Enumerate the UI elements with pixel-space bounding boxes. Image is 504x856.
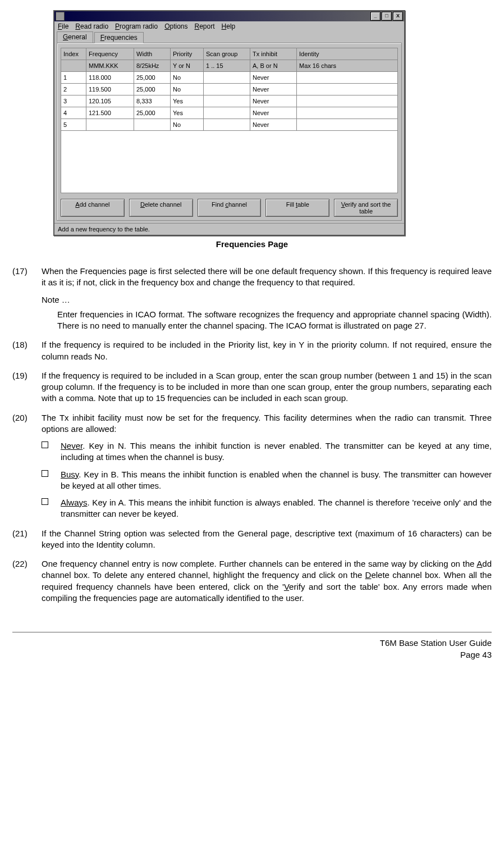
table-cell[interactable]: Never [250,84,297,95]
sub-item: Always. Key in A. This means the inhibit… [42,497,492,520]
checkbox-icon [42,440,61,463]
table-cell[interactable] [297,84,398,95]
table-cell[interactable]: Never [250,119,297,131]
table-cell[interactable] [297,72,398,84]
table-cell[interactable]: Yes [171,107,204,119]
app-screenshot: _ □ X FileRead radioProgram radioOptions… [53,10,492,236]
table-cell[interactable]: Never [250,95,297,107]
table-cell[interactable]: 25,000 [134,84,171,95]
sub-item: Never. Key in N. This means the inhibit … [42,440,492,463]
col-header[interactable]: Priority [171,48,204,60]
col-header[interactable]: Tx inhibit [250,48,297,60]
minimize-button[interactable]: _ [370,12,381,21]
item-number: (19) [12,370,42,404]
menu-read-radio[interactable]: Read radio [75,22,108,30]
col-header[interactable]: Scan group [204,48,250,60]
table-row[interactable]: 5NoNever [61,119,398,131]
numbered-item: (17)When the Frequencies page is first s… [12,266,492,331]
sub-item: Busy. Key in B. This means the inhibit f… [42,469,492,492]
item-number: (22) [12,558,42,604]
titlebar: _ □ X [54,11,404,21]
table-cell[interactable]: No [171,84,204,95]
table-cell[interactable] [204,72,250,84]
table-row[interactable]: 2119.50025,000NoNever [61,84,398,95]
table-cell[interactable]: Never [250,72,297,84]
table-cell[interactable] [297,95,398,107]
numbered-item: (20)The Tx inhibit facility must now be … [12,412,492,520]
item-number: (21) [12,528,42,551]
item-body: One frequency channel entry is now compl… [42,558,492,604]
item-number: (17) [12,266,42,331]
col-header[interactable]: Frequency [86,48,134,60]
hint-cell: Max 16 chars [297,60,398,72]
table-cell[interactable] [134,119,171,131]
page-footer: T6M Base Station User Guide Page 43 [12,637,492,661]
table-row[interactable]: 3120.1058,333YesNever [61,95,398,107]
hint-cell: MMM.KKK [86,60,134,72]
tab-frequencies[interactable]: Frequencies [94,32,144,43]
sub-text: Busy. Key in B. This means the inhibit f… [61,469,492,492]
table-cell[interactable] [297,119,398,131]
menu-report[interactable]: Report [195,22,215,30]
menu-help[interactable]: Help [222,22,236,30]
table-cell[interactable] [204,84,250,95]
verify-and-sort-the-table-button[interactable]: Verify and sort the table [334,199,398,217]
maximize-button[interactable]: □ [382,12,392,21]
numbered-item: (19)If the frequency is required to be i… [12,370,492,404]
table-cell[interactable]: 120.105 [86,95,134,107]
find-channel-button[interactable]: Find channel [198,199,262,217]
menu-program-radio[interactable]: Program radio [115,22,158,30]
window-buttons: _ □ X [370,12,403,21]
table-cell[interactable] [204,107,250,119]
table-cell[interactable]: 5 [61,119,86,131]
table-cell[interactable]: 119.500 [86,84,134,95]
checkbox-icon [42,469,61,492]
add-channel-button[interactable]: Add channel [61,199,125,217]
frequencies-table[interactable]: IndexFrequencyWidthPriorityScan groupTx … [61,48,398,131]
table-cell[interactable]: 4 [61,107,86,119]
table-cell[interactable]: 3 [61,95,86,107]
sub-text: Never. Key in N. This means the inhibit … [61,440,492,463]
menu-file[interactable]: File [58,22,68,30]
table-cell[interactable]: 8,333 [134,95,171,107]
col-header[interactable]: Width [134,48,171,60]
item-body: If the frequency is required to be inclu… [42,339,492,362]
table-cell[interactable]: 2 [61,84,86,95]
table-row[interactable]: 1118.00025,000NoNever [61,72,398,84]
item-number: (18) [12,339,42,362]
item-body: The Tx inhibit facility must now be set … [42,412,492,520]
table-cell[interactable] [297,107,398,119]
table-cell[interactable]: Never [250,107,297,119]
item-body: If the Channel String option was selecte… [42,528,492,551]
menu-options[interactable]: Options [164,22,187,30]
table-cell[interactable] [86,119,134,131]
table-cell[interactable]: 25,000 [134,107,171,119]
table-cell[interactable]: No [171,72,204,84]
delete-channel-button[interactable]: Delete channel [129,199,193,217]
hint-cell: 8/25kHz [134,60,171,72]
table-cell[interactable]: 118.000 [86,72,134,84]
item-number: (20) [12,412,42,520]
table-empty-area [61,131,398,193]
fill-table-button[interactable]: Fill table [265,199,329,217]
menubar: FileRead radioProgram radioOptionsReport… [54,21,404,31]
item-body: When the Frequencies page is first selec… [42,266,492,331]
col-header[interactable]: Identity [297,48,398,60]
app-window: _ □ X FileRead radioProgram radioOptions… [53,10,405,236]
table-cell[interactable] [204,95,250,107]
table-cell[interactable] [204,119,250,131]
table-row[interactable]: 4121.50025,000YesNever [61,107,398,119]
hint-cell: 1 .. 15 [204,60,250,72]
table-cell[interactable]: No [171,119,204,131]
col-header[interactable]: Index [61,48,86,60]
table-cell[interactable]: 121.500 [86,107,134,119]
tab-general[interactable]: General [57,31,93,43]
table-cell[interactable]: 25,000 [134,72,171,84]
footer-page: Page 43 [12,649,492,661]
table-cell[interactable]: 1 [61,72,86,84]
close-button[interactable]: X [393,12,403,21]
numbered-item: (22)One frequency channel entry is now c… [12,558,492,604]
table-cell[interactable]: Yes [171,95,204,107]
numbered-item: (18)If the frequency is required to be i… [12,339,492,362]
hint-cell: Y or N [171,60,204,72]
